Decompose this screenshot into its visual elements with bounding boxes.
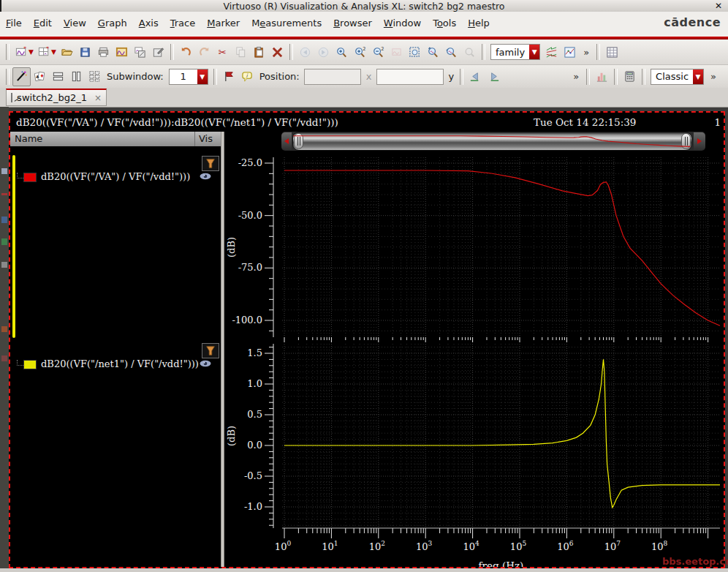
delete-button[interactable] — [268, 42, 287, 61]
copy-icon — [235, 46, 247, 59]
toolbar-grip[interactable] — [170, 44, 174, 60]
name-column-header[interactable]: Name — [15, 133, 42, 144]
print-button[interactable] — [94, 42, 113, 61]
pan-icon — [390, 46, 403, 59]
new-subwindow-dropdown-arrow[interactable]: ▼ — [51, 42, 58, 61]
toolbar-grip[interactable] — [460, 69, 463, 85]
toolbar-grip[interactable] — [596, 44, 600, 60]
undo-button[interactable] — [177, 42, 195, 61]
open-button[interactable] — [58, 42, 76, 61]
strip-vertical-icon — [70, 70, 83, 83]
toolbar-grip[interactable] — [289, 44, 293, 60]
x-label: x — [366, 71, 372, 82]
toolbar-overflow[interactable]: » — [583, 47, 589, 58]
theme-dropdown-arrow[interactable]: ▼ — [693, 69, 703, 84]
close-icon[interactable]: ✕ — [715, 1, 722, 11]
signal-row-net1[interactable]: dB20((VF("/net1") / VF("/vdd!"))) — [10, 358, 222, 370]
svg-text:100: 100 — [275, 540, 292, 552]
menu-help[interactable]: Help — [462, 12, 496, 34]
next-step-button[interactable] — [485, 67, 503, 86]
menu-graph[interactable]: Graph — [92, 12, 133, 34]
toolbar-grip[interactable] — [6, 69, 10, 85]
table-view-button[interactable] — [603, 42, 621, 61]
toolbar-overflow[interactable]: » — [573, 71, 579, 82]
tab-bar: switch2_bg2_1 × — [0, 88, 728, 108]
zoom-in-button[interactable] — [333, 42, 351, 61]
svg-text:103: 103 — [416, 540, 433, 552]
menu-browser[interactable]: Browser — [327, 12, 378, 34]
copy-window-button[interactable] — [131, 42, 149, 61]
open-icon — [61, 46, 73, 59]
family-select[interactable]: family ▼ — [490, 44, 540, 60]
zoom-out-xy-button[interactable]: 2 — [369, 42, 387, 61]
tab-close-icon[interactable]: × — [94, 93, 102, 103]
scatter-plot-button[interactable] — [561, 42, 579, 61]
zoom-free-button — [460, 42, 479, 61]
menu-trace[interactable]: Trace — [164, 12, 202, 34]
prev-step-button[interactable] — [466, 67, 485, 86]
calculator-button[interactable] — [621, 67, 639, 86]
toolbar-grip[interactable] — [482, 44, 485, 60]
menu-marker[interactable]: Marker — [201, 12, 246, 34]
position-x-input[interactable] — [304, 69, 361, 85]
menu-axis[interactable]: Axis — [133, 12, 164, 34]
svg-text:104: 104 — [463, 540, 479, 552]
visibility-eye-icon[interactable] — [199, 172, 213, 182]
paste-button[interactable] — [250, 42, 268, 61]
subwindow-select[interactable]: 1 ▼ — [169, 69, 208, 85]
signal-row-va[interactable]: dB20((VF("/VA") / VF("/vdd!"))) — [10, 171, 222, 183]
cut-icon: ✂ — [216, 46, 229, 59]
menu-edit[interactable]: Edit — [28, 12, 58, 34]
signal-label[interactable]: dB20((VF("/VA") / VF("/vdd!"))) — [41, 171, 190, 182]
wand-button[interactable] — [12, 67, 31, 86]
zoom-in-xy-button[interactable]: 2 — [351, 42, 369, 61]
menu-window[interactable]: Window — [378, 12, 427, 34]
tab-switch2-bg2-1[interactable]: switch2_bg2_1 × — [6, 89, 107, 106]
toolbar-overflow[interactable]: » — [710, 71, 716, 82]
menu-file[interactable]: File — [0, 12, 28, 34]
filter-funnel-icon[interactable] — [202, 156, 219, 171]
note-button[interactable]: i — [238, 67, 257, 86]
flag-button[interactable] — [220, 67, 238, 86]
save-button[interactable] — [76, 42, 94, 61]
tab-label: switch2_bg2_1 — [17, 92, 87, 103]
menu-measurements[interactable]: Measurements — [246, 12, 327, 34]
zoom-to-x-button[interactable] — [424, 42, 442, 61]
sub-toolbar: ♦♣ Subwindow: 1 ▼ i Position: x y » Clas… — [0, 64, 728, 88]
scatter-plot-icon — [564, 46, 576, 59]
subwindow-dropdown-arrow[interactable]: ▼ — [197, 69, 208, 84]
swap-sweep-button[interactable] — [542, 42, 561, 61]
filter-funnel-icon[interactable] — [202, 343, 219, 358]
menu-view[interactable]: View — [58, 12, 92, 34]
theme-select[interactable]: Classic ▼ — [651, 69, 704, 85]
zoom-fit-button[interactable] — [406, 42, 424, 61]
position-y-input[interactable] — [376, 69, 444, 85]
toolbar-grip[interactable] — [614, 69, 618, 85]
family-dropdown-arrow[interactable]: ▼ — [529, 45, 539, 59]
signal-color-swatch[interactable] — [23, 173, 37, 182]
back-button — [296, 42, 314, 61]
menu-tools[interactable]: Tools — [427, 12, 462, 34]
strip-horizontal-button[interactable] — [49, 67, 67, 86]
toolbar-grip[interactable] — [586, 69, 590, 85]
toolbar-grip[interactable] — [642, 69, 645, 85]
image-capture-button[interactable] — [113, 42, 131, 61]
vis-column-header[interactable]: Vis — [199, 133, 213, 144]
signal-label[interactable]: dB20((VF("/net1") / VF("/vdd!"))) — [41, 358, 199, 369]
plot-horizontal-scrollbar[interactable] — [281, 132, 705, 151]
histogram-button[interactable] — [593, 67, 611, 86]
toolbar-grip[interactable] — [213, 69, 217, 85]
zoom-to-y-icon — [445, 46, 458, 59]
visibility-eye-icon[interactable] — [199, 359, 213, 369]
edit-properties-button[interactable] — [149, 42, 167, 61]
zoom-to-y-button[interactable] — [442, 42, 460, 61]
new-waveform-dropdown-arrow[interactable]: ▼ — [29, 42, 35, 61]
strip-vertical-button[interactable] — [67, 67, 86, 86]
cards-button[interactable]: ♦♣ — [31, 67, 49, 86]
cut-button[interactable]: ✂ — [213, 42, 232, 61]
scroll-right-arrow-icon[interactable] — [694, 132, 705, 150]
column-divider[interactable] — [194, 132, 195, 146]
toolbar-grip[interactable] — [6, 44, 10, 60]
strip-grid-button[interactable] — [86, 67, 104, 86]
signal-color-swatch[interactable] — [23, 360, 37, 369]
